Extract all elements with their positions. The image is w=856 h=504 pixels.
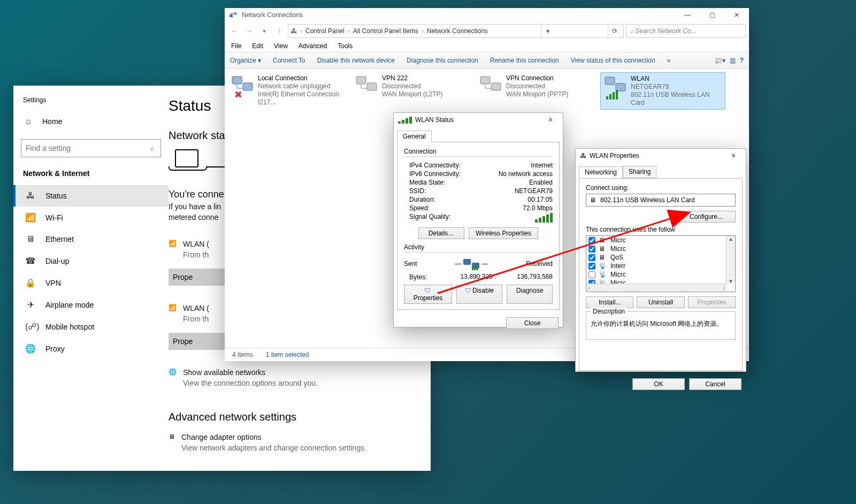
svg-rect-12 [609, 94, 612, 100]
wlan-status-titlebar[interactable]: WLAN Status ✕ [394, 113, 563, 127]
cancel-button[interactable]: Cancel [689, 378, 742, 390]
back-button[interactable]: ← [228, 27, 241, 35]
wifi-icon: 📶 [25, 212, 36, 223]
vpn-icon [479, 74, 502, 99]
adapter-options[interactable]: 🖥 Change adapter options View network ad… [169, 433, 431, 454]
svg-rect-18 [474, 266, 476, 270]
cmd-rename[interactable]: Rename this connection [490, 57, 559, 64]
menu-view[interactable]: View [274, 42, 288, 50]
preview-icon[interactable]: ▥ [730, 57, 736, 64]
recent-dropdown[interactable]: ▾ [258, 27, 271, 35]
diagnose-button[interactable]: Diagnose [507, 285, 553, 304]
sidebar-item-vpn[interactable]: 🔒VPN [13, 272, 169, 294]
uninstall-button[interactable]: Uninstall [637, 296, 684, 308]
more-icon[interactable]: » [667, 57, 671, 64]
close-button[interactable]: ✕ [725, 152, 742, 159]
close-button[interactable]: ✕ [724, 8, 749, 22]
components-list[interactable]: 🖥Micrc 🖥Micrc 🖥QoS 📡Interr 📡Micrc 📡Micrc… [586, 235, 736, 292]
tab-sharing[interactable]: Sharing [623, 166, 656, 178]
component-check[interactable] [588, 246, 595, 253]
cmd-connect[interactable]: Connect To [273, 57, 305, 64]
close-button[interactable]: ✕ [542, 116, 559, 124]
crumb-1[interactable]: All Control Panel Items [353, 27, 418, 35]
minimize-button[interactable]: — [675, 8, 700, 22]
ethernet-icon: ✖ [231, 74, 254, 99]
maximize-button[interactable]: ▢ [700, 8, 724, 22]
explorer-title: Network Connections [242, 11, 303, 19]
properties-button[interactable]: 🛡Properties [404, 285, 452, 304]
refresh-button[interactable]: ⟳ [608, 25, 621, 37]
cmd-diagnose[interactable]: Diagnose this connection [407, 57, 478, 64]
adapter-box[interactable]: 🖥 802.11n USB Wireless LAN Card [586, 194, 736, 207]
breadcrumb[interactable]: 🖧› Control Panel› All Control Panel Item… [288, 24, 624, 38]
connect-using-label: Connect using: [586, 184, 736, 192]
desc-text: 允许你的计算机访问 Microsoft 网络上的资源。 [591, 320, 723, 327]
menu-tools[interactable]: Tools [338, 42, 353, 50]
component-check[interactable] [588, 254, 595, 261]
menu-file[interactable]: File [231, 42, 241, 50]
explorer-search[interactable]: ⌕ Search Network Co... [626, 24, 746, 38]
svg-rect-13 [613, 92, 615, 100]
crumb-2[interactable]: Network Connections [427, 27, 488, 35]
vertical-scrollbar[interactable]: ▲▼ [726, 236, 735, 284]
horizontal-scrollbar[interactable]: ‹› [586, 284, 727, 292]
desc-label: Description [591, 308, 627, 315]
cmd-organize[interactable]: Organize ▾ [230, 57, 261, 64]
explorer-menubar: File Edit View Advanced Tools [225, 40, 749, 52]
component-check[interactable] [588, 263, 595, 270]
conn-vpn222[interactable]: VPN 222DisconnectedWAN Miniport (L2TP) [352, 72, 476, 101]
conn-wlan[interactable]: WLANNETGEAR79802.11n USB Wireless LAN Ca… [600, 72, 725, 110]
install-button[interactable]: Install... [586, 296, 633, 308]
conn-vpnconn[interactable]: VPN ConnectionDisconnectedWAN Miniport (… [476, 72, 600, 101]
explorer-commandbar: Organize ▾ Connect To Disable this netwo… [225, 52, 749, 69]
crumb-dropdown[interactable]: ▾ [541, 25, 554, 37]
shield-icon: 🛡 [465, 287, 471, 294]
configure-button[interactable]: Configure... [677, 211, 736, 223]
show-networks[interactable]: 🌐 Show available networks View the conne… [169, 368, 431, 390]
wlan-props-titlebar[interactable]: 🖧 WLAN Properties ✕ [576, 149, 746, 163]
close-button[interactable]: Close [506, 317, 559, 329]
bytes-sent: 13,890,325 [461, 273, 493, 280]
settings-sidebar: Settings ⌂ Home ⌕ Network & Internet 🖧St… [13, 86, 169, 471]
forward-button[interactable]: → [243, 27, 256, 35]
explorer-titlebar[interactable]: Network Connections — ▢ ✕ [225, 8, 749, 22]
wireless-props-button[interactable]: Wireless Properties [469, 227, 538, 239]
conn-local[interactable]: ✖ Local ConnectionNetwork cable unplugge… [228, 72, 352, 109]
disable-button[interactable]: 🛡Disable [456, 285, 502, 304]
activity-icon [462, 257, 480, 271]
signal-icon [535, 213, 553, 223]
sidebar-item-ethernet[interactable]: 🖥Ethernet [13, 228, 169, 250]
sidebar-item-dialup[interactable]: ☎Dial-up [13, 250, 169, 272]
help-icon[interactable]: ? [740, 57, 744, 64]
component-check[interactable] [588, 271, 595, 278]
cmd-viewstatus[interactable]: View status of this connection [571, 57, 655, 64]
sidebar-item-wifi[interactable]: 📶Wi-Fi [13, 207, 169, 228]
received-label: Received [526, 260, 553, 268]
wifi-icon: 📶 [169, 240, 177, 247]
advanced-heading: Advanced network settings [169, 411, 431, 423]
details-button[interactable]: Details… [418, 227, 464, 239]
tab-general[interactable]: General [397, 131, 432, 142]
sidebar-item-airplane[interactable]: ✈Airplane mode [13, 294, 169, 316]
settings-search[interactable]: ⌕ [21, 139, 161, 157]
adapter-sub: View network adapters and change connect… [181, 444, 366, 452]
settings-search-input[interactable] [21, 144, 143, 152]
ok-button[interactable]: OK [632, 378, 685, 390]
view-mode-icon[interactable]: 📰▾ [714, 57, 725, 64]
wlan-props-title: WLAN Properties [590, 152, 639, 159]
menu-advanced[interactable]: Advanced [299, 42, 327, 50]
cmd-disable[interactable]: Disable this network device [317, 57, 395, 64]
tab-networking[interactable]: Networking [579, 166, 623, 179]
crumb-0[interactable]: Control Panel [305, 27, 345, 35]
comp-properties-button[interactable]: Properties [688, 296, 736, 308]
sidebar-item-hotspot[interactable]: (☍)Mobile hotspot [13, 316, 169, 338]
home-icon: ⌂ [23, 117, 34, 126]
up-button[interactable]: ↑ [273, 27, 286, 35]
menu-edit[interactable]: Edit [252, 42, 263, 50]
sidebar-item-status[interactable]: 🖧Status [13, 185, 169, 207]
sent-label: Sent [404, 260, 417, 268]
settings-home[interactable]: ⌂ Home [13, 113, 169, 129]
component-icon: 🖥 [599, 245, 607, 253]
sidebar-item-proxy[interactable]: 🌐Proxy [13, 338, 169, 360]
component-check[interactable] [588, 237, 595, 244]
